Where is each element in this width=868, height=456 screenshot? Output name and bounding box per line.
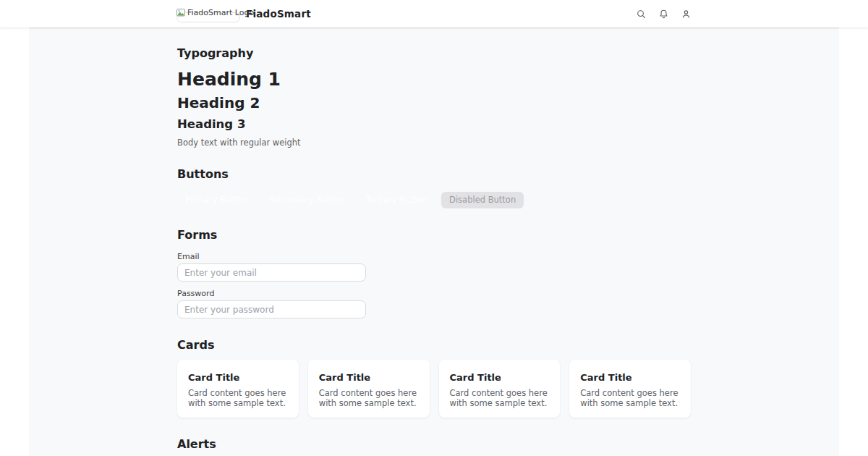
section-typography: Typography Heading 1 Heading 2 Heading 3…	[177, 47, 691, 148]
cards-section-title: Cards	[177, 339, 691, 352]
logo-alt-text: FiadoSmart Logo	[187, 8, 254, 17]
content-container: Typography Heading 1 Heading 2 Heading 3…	[177, 28, 691, 451]
broken-image-icon	[176, 6, 185, 20]
sample-body-text: Body text with regular weight	[177, 138, 691, 148]
card-grid: Card Title Card content goes here with s…	[177, 360, 691, 418]
sample-heading-3: Heading 3	[177, 117, 691, 131]
sample-heading-2: Heading 2	[177, 95, 691, 111]
header-inner: FiadoSmart Logo FiadoSmart	[176, 0, 692, 28]
card-content: Card content goes here with some sample …	[319, 388, 419, 408]
buttons-section-title: Buttons	[177, 168, 691, 181]
card-title: Card Title	[580, 372, 680, 383]
content-area: Typography Heading 1 Heading 2 Heading 3…	[29, 28, 839, 456]
forms-section-title: Forms	[177, 229, 691, 242]
alerts-section-title: Alerts	[177, 438, 691, 451]
card: Card Title Card content goes here with s…	[569, 360, 691, 418]
card-title: Card Title	[188, 372, 288, 383]
user-icon[interactable]	[680, 8, 692, 20]
sample-heading-1: Heading 1	[177, 69, 691, 89]
logo-image-broken: FiadoSmart Logo	[176, 4, 242, 24]
section-buttons: Buttons Primary Button Secondary Button …	[177, 168, 691, 208]
tertiary-button[interactable]: Tertiary Button	[358, 192, 435, 208]
card-title: Card Title	[450, 372, 550, 383]
card-content: Card content goes here with some sample …	[450, 388, 550, 408]
password-field[interactable]	[177, 300, 366, 318]
card-content: Card content goes here with some sample …	[580, 388, 680, 408]
app-header: FiadoSmart Logo FiadoSmart	[0, 0, 868, 28]
primary-button[interactable]: Primary Button	[177, 192, 256, 208]
typography-section-title: Typography	[177, 47, 691, 60]
brand-group: FiadoSmart Logo FiadoSmart	[176, 4, 311, 24]
card: Card Title Card content goes here with s…	[308, 360, 430, 418]
search-icon[interactable]	[635, 8, 647, 20]
button-row: Primary Button Secondary Button Tertiary…	[177, 192, 691, 208]
card: Card Title Card content goes here with s…	[439, 360, 561, 418]
section-forms: Forms Email Password	[177, 229, 691, 318]
disabled-button: Disabled Button	[441, 192, 524, 208]
header-actions	[635, 8, 692, 20]
secondary-button[interactable]: Secondary Button	[262, 192, 352, 208]
brand-name: FiadoSmart	[246, 8, 311, 20]
email-label: Email	[177, 253, 691, 261]
card: Card Title Card content goes here with s…	[177, 360, 299, 418]
bell-icon[interactable]	[658, 8, 669, 20]
password-label: Password	[177, 290, 691, 298]
card-content: Card content goes here with some sample …	[188, 388, 288, 408]
section-cards: Cards Card Title Card content goes here …	[177, 339, 691, 418]
card-title: Card Title	[319, 372, 419, 383]
email-field[interactable]	[177, 263, 366, 282]
section-alerts: Alerts	[177, 438, 691, 451]
